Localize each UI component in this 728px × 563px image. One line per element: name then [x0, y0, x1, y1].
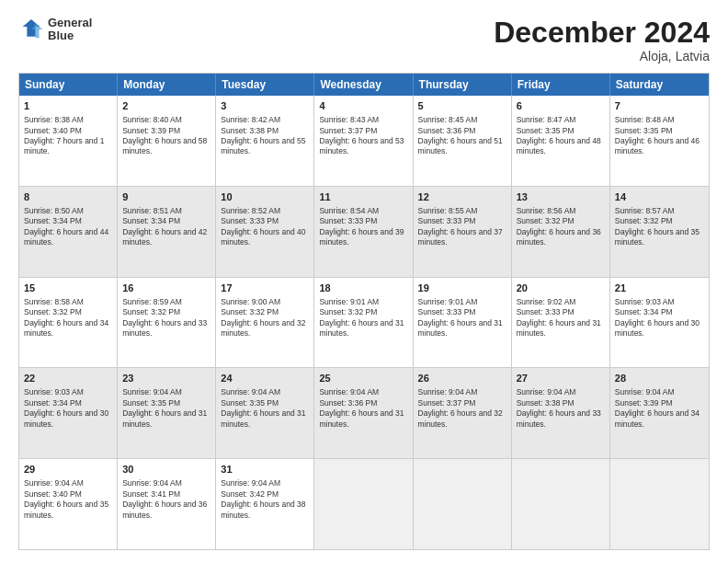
- day-info: Sunrise: 8:54 AM: [319, 206, 407, 216]
- logo: General Blue: [18, 17, 92, 43]
- calendar-cell: 19Sunrise: 9:01 AMSunset: 3:33 PMDayligh…: [414, 278, 512, 368]
- calendar-cell: 15Sunrise: 8:58 AMSunset: 3:32 PMDayligh…: [19, 278, 118, 368]
- day-info: Sunrise: 9:04 AM: [221, 478, 309, 488]
- day-info: Sunset: 3:32 PM: [221, 307, 309, 317]
- day-info: Daylight: 6 hours and 30 minutes.: [24, 408, 112, 430]
- day-info: Daylight: 6 hours and 51 minutes.: [418, 136, 506, 157]
- day-info: Sunset: 3:32 PM: [615, 216, 704, 226]
- header-cell-monday: Monday: [118, 74, 216, 96]
- day-number: 21: [615, 282, 704, 295]
- day-info: Sunrise: 8:52 AM: [221, 206, 309, 216]
- day-info: Daylight: 6 hours and 32 minutes.: [418, 408, 506, 430]
- day-info: Sunrise: 8:56 AM: [517, 206, 605, 216]
- day-info: Daylight: 6 hours and 35 minutes.: [24, 500, 112, 521]
- day-info: Sunset: 3:37 PM: [319, 126, 407, 136]
- day-number: 1: [24, 99, 112, 113]
- day-info: Sunrise: 8:59 AM: [122, 297, 210, 307]
- logo-line2: Blue: [48, 29, 92, 42]
- day-info: Daylight: 6 hours and 34 minutes.: [615, 408, 704, 430]
- day-info: Sunrise: 8:42 AM: [221, 115, 309, 125]
- day-info: Sunset: 3:41 PM: [122, 489, 210, 500]
- day-number: 24: [221, 372, 309, 385]
- day-number: 7: [615, 99, 704, 113]
- day-info: Sunrise: 8:45 AM: [418, 115, 506, 125]
- calendar-cell: 28Sunrise: 9:04 AMSunset: 3:39 PMDayligh…: [610, 368, 709, 458]
- day-info: Daylight: 6 hours and 58 minutes.: [122, 136, 210, 157]
- header-cell-friday: Friday: [512, 74, 610, 96]
- day-number: 28: [615, 372, 704, 385]
- day-info: Sunset: 3:36 PM: [319, 398, 407, 408]
- day-info: Sunrise: 8:57 AM: [615, 206, 704, 216]
- day-info: Sunrise: 8:40 AM: [122, 115, 210, 125]
- calendar-body: 1Sunrise: 8:38 AMSunset: 3:40 PMDaylight…: [19, 96, 709, 549]
- day-info: Sunset: 3:42 PM: [221, 489, 309, 500]
- day-info: Sunset: 3:40 PM: [24, 489, 112, 500]
- day-info: Sunset: 3:32 PM: [517, 216, 605, 226]
- day-info: Sunrise: 9:04 AM: [24, 478, 112, 488]
- day-info: Sunset: 3:33 PM: [517, 307, 605, 317]
- day-info: Sunrise: 9:04 AM: [418, 387, 506, 397]
- day-info: Daylight: 6 hours and 39 minutes.: [319, 227, 407, 248]
- calendar-cell: 9Sunrise: 8:51 AMSunset: 3:34 PMDaylight…: [118, 187, 216, 277]
- day-info: Sunrise: 8:51 AM: [122, 206, 210, 216]
- calendar-cell: 27Sunrise: 9:04 AMSunset: 3:38 PMDayligh…: [512, 368, 610, 458]
- day-info: Sunset: 3:39 PM: [122, 126, 210, 136]
- day-number: 26: [418, 372, 506, 385]
- day-number: 27: [517, 372, 605, 385]
- day-info: Sunrise: 9:00 AM: [221, 297, 309, 307]
- header-cell-wednesday: Wednesday: [314, 74, 413, 96]
- day-number: 11: [319, 190, 407, 204]
- calendar-cell: 5Sunrise: 8:45 AMSunset: 3:36 PMDaylight…: [414, 96, 512, 186]
- day-info: Daylight: 7 hours and 1 minute.: [24, 136, 112, 157]
- day-info: Daylight: 6 hours and 53 minutes.: [319, 136, 407, 157]
- day-info: Sunrise: 9:04 AM: [319, 387, 407, 397]
- calendar-cell: 24Sunrise: 9:04 AMSunset: 3:35 PMDayligh…: [216, 368, 314, 458]
- calendar-cell: [610, 459, 709, 549]
- header-cell-sunday: Sunday: [19, 74, 118, 96]
- day-number: 8: [24, 190, 112, 204]
- logo-icon: [18, 17, 44, 42]
- day-info: Daylight: 6 hours and 31 minutes.: [221, 408, 309, 430]
- day-info: Daylight: 6 hours and 31 minutes.: [122, 408, 210, 430]
- day-info: Daylight: 6 hours and 34 minutes.: [24, 318, 112, 339]
- day-number: 3: [221, 99, 309, 113]
- day-info: Sunset: 3:35 PM: [221, 398, 309, 408]
- month-title: December 2024: [494, 17, 710, 49]
- day-info: Sunset: 3:40 PM: [24, 126, 112, 136]
- calendar-cell: 29Sunrise: 9:04 AMSunset: 3:40 PMDayligh…: [19, 459, 118, 549]
- calendar-row: 8Sunrise: 8:50 AMSunset: 3:34 PMDaylight…: [19, 187, 709, 278]
- calendar-cell: 18Sunrise: 9:01 AMSunset: 3:32 PMDayligh…: [314, 278, 413, 368]
- calendar-cell: 11Sunrise: 8:54 AMSunset: 3:33 PMDayligh…: [314, 187, 413, 277]
- day-info: Daylight: 6 hours and 33 minutes.: [517, 408, 605, 430]
- day-number: 6: [517, 99, 605, 113]
- day-info: Sunrise: 8:48 AM: [615, 115, 704, 125]
- day-info: Daylight: 6 hours and 31 minutes.: [418, 318, 506, 339]
- day-number: 15: [24, 282, 112, 295]
- calendar-cell: [314, 459, 413, 549]
- day-info: Daylight: 6 hours and 46 minutes.: [615, 136, 704, 157]
- day-number: 4: [319, 99, 407, 113]
- day-info: Sunrise: 9:04 AM: [517, 387, 605, 397]
- calendar-cell: 1Sunrise: 8:38 AMSunset: 3:40 PMDaylight…: [19, 96, 118, 186]
- day-info: Daylight: 6 hours and 31 minutes.: [319, 318, 407, 339]
- location: Aloja, Latvia: [494, 49, 710, 63]
- title-area: December 2024 Aloja, Latvia: [494, 17, 710, 63]
- day-info: Sunrise: 8:55 AM: [418, 206, 506, 216]
- day-info: Daylight: 6 hours and 32 minutes.: [221, 318, 309, 339]
- day-info: Daylight: 6 hours and 33 minutes.: [122, 318, 210, 339]
- day-info: Sunset: 3:33 PM: [221, 216, 309, 226]
- calendar-row: 29Sunrise: 9:04 AMSunset: 3:40 PMDayligh…: [19, 459, 709, 549]
- day-info: Sunset: 3:34 PM: [24, 216, 112, 226]
- day-number: 22: [24, 372, 112, 385]
- day-info: Sunrise: 9:02 AM: [517, 297, 605, 307]
- logo-line1: General: [48, 17, 92, 29]
- calendar-header-row: SundayMondayTuesdayWednesdayThursdayFrid…: [19, 74, 709, 96]
- day-number: 9: [122, 190, 210, 204]
- day-info: Daylight: 6 hours and 38 minutes.: [221, 500, 309, 521]
- calendar-cell: 6Sunrise: 8:47 AMSunset: 3:35 PMDaylight…: [512, 96, 610, 186]
- day-info: Sunrise: 8:50 AM: [24, 206, 112, 216]
- day-info: Sunrise: 9:04 AM: [122, 478, 210, 488]
- day-number: 29: [24, 463, 112, 477]
- calendar-row: 1Sunrise: 8:38 AMSunset: 3:40 PMDaylight…: [19, 96, 709, 187]
- day-info: Sunrise: 8:58 AM: [24, 297, 112, 307]
